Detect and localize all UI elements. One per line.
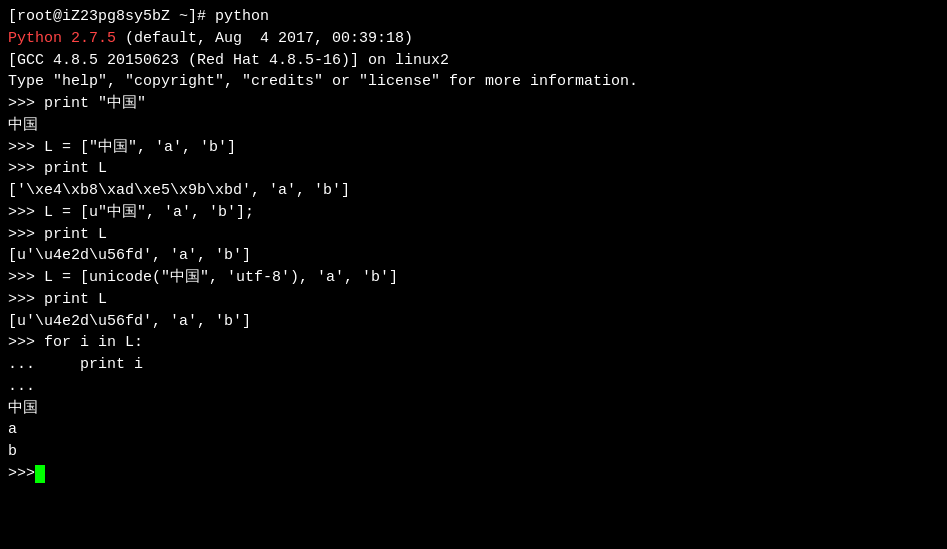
- line-12: [u'\u4e2d\u56fd', 'a', 'b']: [8, 245, 939, 267]
- line-15: [u'\u4e2d\u56fd', 'a', 'b']: [8, 311, 939, 333]
- line-17: ... print i: [8, 354, 939, 376]
- line-21: b: [8, 441, 939, 463]
- line-7: >>> L = ["中国", 'a', 'b']: [8, 137, 939, 159]
- line-9: ['\xe4\xb8\xad\xe5\x9b\xbd', 'a', 'b']: [8, 180, 939, 202]
- line-11: >>> print L: [8, 224, 939, 246]
- line-13: >>> L = [unicode("中国", 'utf-8'), 'a', 'b…: [8, 267, 939, 289]
- terminal-cursor: [35, 465, 45, 483]
- python-version-detail: (default, Aug 4 2017, 00:39:18): [116, 30, 413, 47]
- prompt-text: >>>: [8, 463, 35, 485]
- line-6: 中国: [8, 115, 939, 137]
- line-16: >>> for i in L:: [8, 332, 939, 354]
- line-4: Type "help", "copyright", "credits" or "…: [8, 71, 939, 93]
- python-version: Python 2.7.5: [8, 30, 116, 47]
- line-20: a: [8, 419, 939, 441]
- line-14: >>> print L: [8, 289, 939, 311]
- terminal-window[interactable]: [root@iZ23pg8sy5bZ ~]# python Python 2.7…: [0, 0, 947, 549]
- line-5: >>> print "中国": [8, 93, 939, 115]
- line-1: [root@iZ23pg8sy5bZ ~]# python: [8, 6, 939, 28]
- line-3: [GCC 4.8.5 20150623 (Red Hat 4.8.5-16)] …: [8, 50, 939, 72]
- line-19: 中国: [8, 398, 939, 420]
- line-10: >>> L = [u"中国", 'a', 'b'];: [8, 202, 939, 224]
- line-18: ...: [8, 376, 939, 398]
- line-8: >>> print L: [8, 158, 939, 180]
- line-2: Python 2.7.5 (default, Aug 4 2017, 00:39…: [8, 28, 939, 50]
- prompt-line[interactable]: >>>: [8, 463, 939, 485]
